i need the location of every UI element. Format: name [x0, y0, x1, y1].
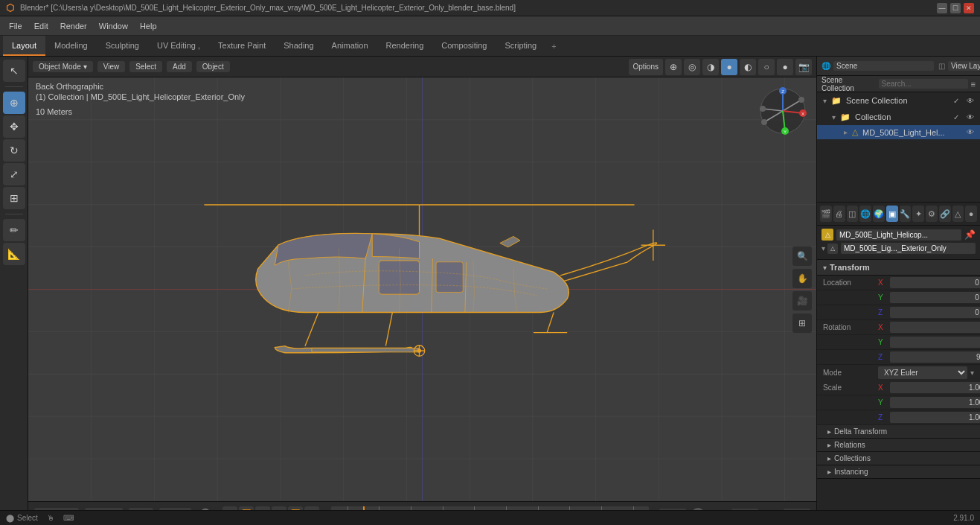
collection-check[interactable]: ✓: [950, 111, 962, 123]
scale-z-input[interactable]: [890, 412, 980, 423]
cursor-tool-button[interactable]: ⊕: [3, 92, 25, 114]
camera-view-button[interactable]: 🎥: [792, 291, 812, 311]
svg-point-45: [798, 97, 804, 103]
orthographic-toggle[interactable]: ⊞: [792, 314, 812, 333]
material-props-icon[interactable]: ●: [965, 206, 977, 222]
add-menu-button[interactable]: Add: [167, 61, 192, 72]
mesh-data-name-input[interactable]: [841, 243, 976, 254]
particles-props-icon[interactable]: ✦: [912, 206, 924, 222]
zoom-to-fit-button[interactable]: 🔍: [792, 246, 812, 266]
object-name-input[interactable]: [836, 229, 961, 241]
menu-edit[interactable]: Edit: [28, 20, 54, 32]
svg-line-32: [304, 312, 318, 346]
tab-sculpting[interactable]: Sculpting: [97, 36, 148, 56]
tab-uv-editing[interactable]: UV Editing ,: [148, 36, 209, 56]
tab-texture-paint[interactable]: Texture Paint: [209, 36, 275, 56]
scene-collection-eye[interactable]: 👁: [967, 97, 974, 105]
location-x-input[interactable]: [890, 277, 980, 288]
rotation-z-input[interactable]: [890, 351, 980, 363]
viewport-options-button[interactable]: Options: [629, 59, 663, 75]
constraints-props-icon[interactable]: 🔗: [939, 206, 951, 222]
view-menu-button[interactable]: View: [97, 61, 126, 72]
scene-name-input[interactable]: [833, 61, 934, 71]
measure-tool-button[interactable]: 📐: [3, 243, 25, 265]
render-props-icon[interactable]: 🎬: [820, 206, 832, 222]
helicopter-mesh: [170, 181, 676, 389]
scale-tool-button[interactable]: ⤢: [3, 163, 25, 185]
scale-y-input[interactable]: [890, 397, 980, 408]
scene-view-layer-header: 🌐 ◫ ≡: [817, 57, 980, 76]
tab-shading[interactable]: Shading: [275, 36, 322, 56]
status-select: ⬤ Select: [6, 514, 38, 522]
scene-props-icon[interactable]: 🌐: [859, 206, 871, 222]
transform-section-header[interactable]: ▾ Transform: [817, 260, 980, 276]
tab-modeling[interactable]: Modeling: [45, 36, 97, 56]
viewport-xray-button[interactable]: ◑: [702, 59, 719, 75]
viewport-render-mode[interactable]: ○: [758, 59, 775, 75]
viewport-camera-button[interactable]: 📷: [795, 59, 812, 75]
heli-eye[interactable]: 👁: [967, 128, 974, 136]
viewport-material-mode[interactable]: ◐: [740, 59, 756, 75]
tab-rendering[interactable]: Rendering: [377, 36, 433, 56]
minimize-button[interactable]: —: [937, 3, 947, 13]
outliner-collection[interactable]: ▾ 📁 Collection ✓ 👁: [817, 109, 980, 125]
outliner-helicopter-object[interactable]: ▸ △ MD_500E_Light_Hel... 👁: [817, 125, 980, 139]
maximize-button[interactable]: ☐: [950, 3, 961, 13]
pin-icon[interactable]: 📌: [964, 229, 976, 240]
tab-compositing[interactable]: Compositing: [432, 36, 496, 56]
world-props-icon[interactable]: 🌍: [873, 206, 885, 222]
rotation-mode-select[interactable]: XYZ Euler: [878, 366, 967, 379]
tab-animation[interactable]: Animation: [323, 36, 377, 56]
transform-tool-button[interactable]: ⊞: [3, 187, 25, 209]
viewport-overlay-button[interactable]: ◎: [684, 59, 700, 75]
rotate-tool-button[interactable]: ↻: [3, 139, 25, 162]
location-label: Location: [823, 279, 875, 287]
gizmo-svg: Z X Y: [757, 85, 809, 137]
modifier-props-icon[interactable]: 🔧: [900, 206, 912, 222]
viewport-gizmo-toggle[interactable]: ⊕: [665, 59, 682, 75]
select-tool-button[interactable]: ↖: [3, 60, 25, 82]
tab-layout[interactable]: Layout: [3, 36, 45, 56]
viewport-canvas[interactable]: Back Orthographic (1) Collection | MD_50…: [28, 77, 816, 501]
view-layer-props-icon[interactable]: ◫: [847, 206, 859, 222]
add-workspace-button[interactable]: +: [545, 36, 562, 56]
physics-props-icon[interactable]: ⚙: [926, 206, 938, 222]
annotate-tool-button[interactable]: ✏: [3, 219, 25, 241]
close-button[interactable]: ✕: [964, 3, 974, 13]
location-y-input[interactable]: [890, 292, 980, 303]
menu-help[interactable]: Help: [134, 20, 163, 32]
menu-file[interactable]: File: [3, 20, 28, 32]
navigation-gizmo[interactable]: Z X Y: [757, 85, 809, 137]
location-y-label: Y: [878, 293, 887, 302]
scale-x-input[interactable]: [890, 382, 980, 393]
tab-scripting[interactable]: Scripting: [496, 36, 545, 56]
object-mode-dropdown[interactable]: Object Mode ▾: [33, 61, 93, 72]
view-layer-input[interactable]: [948, 61, 980, 71]
object-props-icon[interactable]: ▣: [886, 206, 898, 222]
pan-view-button[interactable]: ✋: [792, 269, 812, 288]
collection-eye[interactable]: 👁: [967, 113, 974, 121]
outliner-search-input[interactable]: [879, 79, 968, 89]
svg-line-33: [385, 312, 392, 346]
object-menu-button[interactable]: Object: [196, 61, 230, 72]
relations-section[interactable]: ▸ Relations: [817, 439, 980, 452]
rotation-y-input[interactable]: [890, 337, 980, 348]
viewport-rendered-mode[interactable]: ●: [777, 59, 793, 75]
viewport[interactable]: Object Mode ▾ View Select Add Object Opt…: [28, 57, 816, 525]
move-tool-button[interactable]: ✥: [3, 115, 25, 138]
data-props-icon[interactable]: △: [952, 206, 964, 222]
menu-render[interactable]: Render: [54, 20, 93, 32]
select-menu-button[interactable]: Select: [129, 61, 162, 72]
outliner-scene-collection[interactable]: ▾ 📁 Scene Collection ✓ 👁: [817, 92, 980, 109]
viewport-icons: Options ⊕ ◎ ◑ ● ◐ ○ ● 📷: [629, 59, 812, 75]
output-props-icon[interactable]: 🖨: [833, 206, 845, 222]
viewport-solid-mode[interactable]: ●: [721, 59, 737, 75]
outliner-filter-icon[interactable]: ≡: [971, 80, 976, 89]
menu-window[interactable]: Window: [93, 20, 134, 32]
scene-collection-check[interactable]: ✓: [950, 95, 962, 106]
instancing-section[interactable]: ▸ Instancing: [817, 465, 980, 479]
delta-transform-section[interactable]: ▸ Delta Transform: [817, 425, 980, 439]
collections-section[interactable]: ▸ Collections: [817, 452, 980, 465]
rotation-x-input[interactable]: [890, 322, 980, 333]
location-z-input[interactable]: [890, 307, 980, 318]
